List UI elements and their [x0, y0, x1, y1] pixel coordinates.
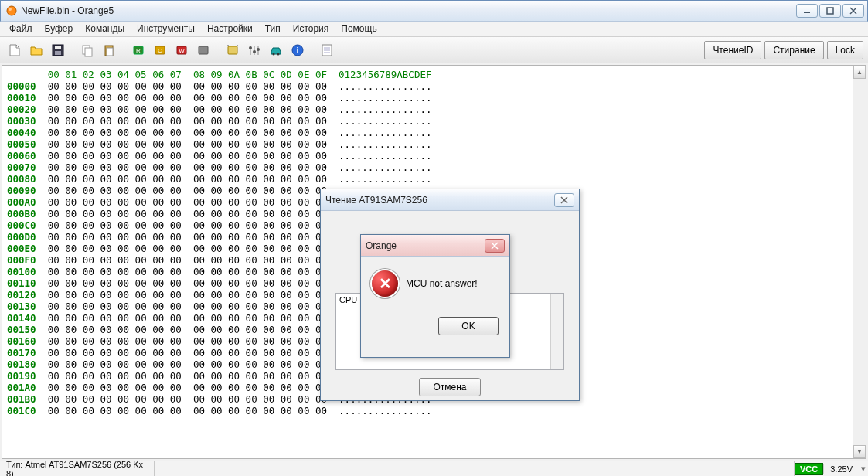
- dialog-error: Orange ✕ MCU not answer! OK: [360, 234, 510, 358]
- menubar: Файл Буфер Команды Инструменты Настройки…: [0, 22, 868, 37]
- save-icon[interactable]: [48, 40, 68, 60]
- dialog-error-titlebar[interactable]: Orange: [361, 235, 509, 257]
- open-icon[interactable]: [26, 40, 46, 60]
- menu-history[interactable]: История: [287, 22, 335, 36]
- chip-erase-icon[interactable]: [193, 40, 213, 60]
- app-icon: [5, 5, 18, 17]
- voltage-readout: 3.25V: [823, 464, 859, 474]
- svg-text:C: C: [158, 47, 162, 54]
- info-icon[interactable]: i: [288, 40, 308, 60]
- svg-point-28: [257, 48, 260, 51]
- window-titlebar: NewFile.bin - Orange5: [0, 0, 868, 22]
- menu-help[interactable]: Помощь: [335, 22, 383, 36]
- menu-type[interactable]: Тип: [259, 22, 287, 36]
- dialog-read-close-icon[interactable]: [554, 193, 574, 207]
- dialog-read-titlebar[interactable]: Чтение AT91SAM7S256: [321, 189, 579, 211]
- svg-point-0: [7, 6, 16, 15]
- svg-point-29: [273, 53, 275, 55]
- car-icon[interactable]: [266, 40, 286, 60]
- svg-point-26: [249, 46, 252, 49]
- sliders-icon[interactable]: [244, 40, 264, 60]
- svg-point-27: [253, 50, 256, 53]
- chip-compare-icon[interactable]: C: [150, 40, 170, 60]
- menu-settings[interactable]: Настройки: [201, 22, 259, 36]
- svg-point-1: [9, 8, 12, 11]
- menu-tools[interactable]: Инструменты: [131, 22, 201, 36]
- menu-file[interactable]: Файл: [3, 22, 39, 36]
- menu-buffer[interactable]: Буфер: [39, 22, 80, 36]
- new-file-icon[interactable]: [5, 40, 25, 60]
- svg-text:W: W: [179, 47, 185, 54]
- svg-rect-10: [85, 48, 92, 56]
- chip-read-icon[interactable]: R: [128, 40, 148, 60]
- erase-button[interactable]: Стирание: [764, 41, 823, 60]
- maximize-button[interactable]: [819, 4, 841, 18]
- voltage-dropdown-icon[interactable]: ▾: [859, 464, 868, 474]
- chip-config-icon[interactable]: [223, 40, 243, 60]
- paste-icon[interactable]: [99, 40, 119, 60]
- svg-text:i: i: [296, 46, 298, 55]
- vcc-badge: VCC: [795, 463, 823, 475]
- ok-button[interactable]: OK: [438, 317, 499, 335]
- toolbar: R C W i ЧтениеID Стирание Lock: [0, 37, 868, 63]
- error-message: MCU not answer!: [406, 278, 478, 289]
- copy-icon[interactable]: [77, 40, 97, 60]
- cancel-button[interactable]: Отмена: [419, 378, 481, 396]
- vertical-scrollbar[interactable]: ▲ ▼: [853, 66, 866, 458]
- read-id-button[interactable]: ЧтениеID: [704, 41, 761, 60]
- dialog-error-title: Orange: [366, 240, 485, 251]
- close-button[interactable]: [842, 4, 864, 18]
- statusbar: Тип: Atmel AT91SAM7S256 (256 Kx 8) VCC 3…: [0, 461, 868, 476]
- minimize-button[interactable]: [796, 4, 818, 18]
- lock-button[interactable]: Lock: [827, 41, 863, 60]
- dialog-read-title: Чтение AT91SAM7S256: [325, 195, 554, 206]
- dialog-error-close-icon[interactable]: [485, 239, 505, 253]
- svg-rect-7: [55, 46, 61, 49]
- svg-text:R: R: [136, 47, 141, 54]
- doc-icon[interactable]: [317, 40, 337, 60]
- status-type: Тип: Atmel AT91SAM7S256 (256 Kx 8): [0, 461, 155, 476]
- window-title: NewFile.bin - Orange5: [21, 5, 796, 16]
- menu-commands[interactable]: Команды: [79, 22, 131, 36]
- svg-point-30: [277, 53, 280, 55]
- svg-rect-8: [55, 51, 61, 55]
- error-icon: ✕: [372, 270, 398, 297]
- svg-rect-3: [827, 8, 833, 14]
- chip-write-icon[interactable]: W: [172, 40, 192, 60]
- svg-rect-19: [199, 46, 208, 54]
- svg-rect-12: [107, 48, 113, 56]
- svg-rect-20: [228, 46, 237, 54]
